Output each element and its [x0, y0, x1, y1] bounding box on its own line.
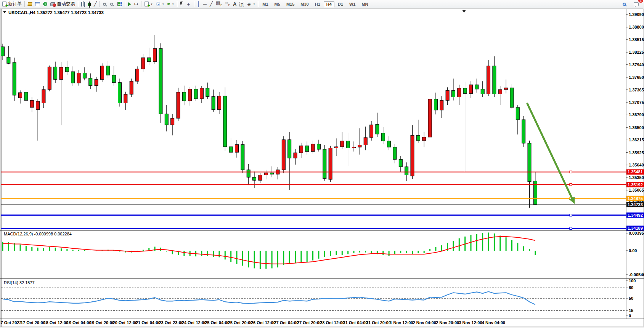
- macd-bar: [2, 242, 3, 251]
- candle-body: [177, 92, 180, 118]
- line-handle: [570, 214, 572, 216]
- tile-windows-button[interactable]: [116, 0, 124, 8]
- macd-bar: [96, 251, 97, 251]
- macd-bar: [166, 251, 167, 251]
- text-label-tool-button[interactable]: T: [238, 0, 246, 8]
- toolbar-separator: [100, 1, 100, 7]
- candle-body: [434, 99, 437, 110]
- zoom-out-button[interactable]: −: [109, 0, 116, 8]
- channel-tool-button[interactable]: ▨E: [214, 0, 224, 8]
- timeframe-button-W1[interactable]: W1: [347, 1, 358, 7]
- chevron-down-icon: ▼: [162, 3, 164, 5]
- date-label: 21 Oct 04:00: [136, 320, 161, 325]
- candle-body: [229, 147, 233, 152]
- candle-body: [165, 114, 168, 125]
- candle-body: [399, 159, 402, 166]
- shapes-tool-button[interactable]: ◈▼: [246, 0, 257, 8]
- candle-body: [71, 72, 75, 83]
- date-label: 2 Nov 20:00: [436, 320, 459, 325]
- timeframe-button-M30[interactable]: M30: [298, 1, 311, 7]
- new-order-button[interactable]: 新订单: [1, 0, 23, 8]
- search-button[interactable]: [621, 0, 628, 8]
- chart-area[interactable]: 1.390901.388001.385151.382251.379401.376…: [0, 8, 644, 328]
- bar-chart-button[interactable]: [80, 0, 87, 8]
- candlestick-chart-button[interactable]: [87, 0, 92, 8]
- macd-bar: [31, 247, 32, 251]
- rsi-axis-label: 100: [629, 278, 636, 283]
- cursor-tool-button[interactable]: [179, 0, 185, 8]
- horizontal-line-tool-button[interactable]: ─: [202, 0, 208, 8]
- trendline-tool-button[interactable]: ╱: [208, 0, 214, 8]
- macd-bar: [43, 248, 44, 251]
- indicators-button[interactable]: ≈▼: [166, 0, 176, 8]
- candle-body: [504, 88, 508, 90]
- macd-bar: [371, 251, 372, 253]
- candle-body: [141, 58, 145, 69]
- timeframe-button-MN[interactable]: MN: [359, 1, 371, 7]
- text-icon: A: [233, 0, 236, 8]
- timeframe-button-H1[interactable]: H1: [312, 1, 323, 7]
- fibonacci-tool-button[interactable]: ╍F: [224, 0, 231, 8]
- line-chart-button[interactable]: ╱: [92, 0, 98, 8]
- timeframe-button-M15[interactable]: M15: [284, 1, 297, 7]
- crosshair-icon: ＋: [186, 0, 191, 8]
- date-label: 2 Nov 04:00: [413, 320, 436, 325]
- signals-button[interactable]: [42, 0, 49, 8]
- macd-bar: [61, 248, 62, 251]
- new-order-icon: [2, 2, 6, 6]
- search-icon: [623, 3, 626, 6]
- price-tick-label: 1.37365: [629, 88, 644, 92]
- toolbar-separator: [125, 1, 125, 7]
- auto-scroll-icon: [128, 2, 131, 6]
- macd-bar: [429, 249, 430, 251]
- candle-body: [522, 120, 525, 143]
- date-label: 31 Oct 04:00: [343, 320, 368, 325]
- text-tool-button[interactable]: A: [231, 0, 238, 8]
- macd-bar: [295, 251, 296, 263]
- candle-body: [147, 58, 151, 61]
- date-label: 18 Oct 12:00: [43, 320, 68, 325]
- price-tick-label: 1.37650: [629, 75, 644, 80]
- macd-bar: [342, 251, 343, 255]
- candle-body: [89, 78, 92, 85]
- candle-body: [288, 140, 291, 158]
- usdcad-h4-chart[interactable]: 1.390901.388001.385151.382251.379401.376…: [0, 8, 644, 328]
- timeframe-button-H4[interactable]: H4: [324, 1, 334, 7]
- notifications-button[interactable]: 1: [632, 0, 640, 8]
- candle-body: [188, 89, 192, 101]
- auto-scroll-button[interactable]: [127, 0, 133, 8]
- candle-body: [282, 140, 285, 170]
- price-tick-label: 1.35640: [629, 163, 644, 167]
- candle-body: [124, 94, 127, 103]
- autotrading-button[interactable]: 自动交易: [49, 0, 77, 8]
- candle-body: [299, 146, 303, 153]
- macd-bar: [207, 251, 208, 256]
- macd-bar: [37, 248, 39, 251]
- candle-body: [153, 48, 157, 61]
- vertical-line-tool-button[interactable]: │: [196, 0, 202, 8]
- chat-icon: [634, 2, 639, 6]
- toolbar-separator: [258, 1, 259, 7]
- macd-bar: [453, 241, 454, 251]
- date-label: 4 Nov 04:00: [482, 320, 505, 325]
- price-tick-label: 1.35065: [629, 188, 644, 192]
- timeframe-button-M1[interactable]: M1: [260, 1, 271, 7]
- new-chart-button[interactable]: ▼: [143, 0, 154, 8]
- crosshair-tool-button[interactable]: ＋: [185, 0, 193, 8]
- price-tick-label: 1.37075: [629, 100, 644, 105]
- shapes-icon: ◈: [247, 0, 251, 8]
- toolbar-separator: [194, 1, 194, 7]
- candle-body: [212, 96, 215, 109]
- macd-bar: [84, 250, 85, 251]
- timeframe-button-D1[interactable]: D1: [335, 1, 346, 7]
- macd-bar: [312, 251, 313, 261]
- market-watch-icon: [27, 2, 32, 6]
- price-tick-label: 1.36790: [629, 112, 644, 117]
- timeframe-button-M5[interactable]: M5: [272, 1, 283, 7]
- zoom-in-button[interactable]: +: [101, 0, 109, 8]
- chart-shift-icon: ↦: [134, 0, 138, 8]
- chart-shift-button[interactable]: ↦: [133, 0, 140, 8]
- periods-button[interactable]: ▼: [154, 0, 166, 8]
- chart-window-button[interactable]: [34, 0, 42, 8]
- market-watch-button[interactable]: [26, 0, 34, 8]
